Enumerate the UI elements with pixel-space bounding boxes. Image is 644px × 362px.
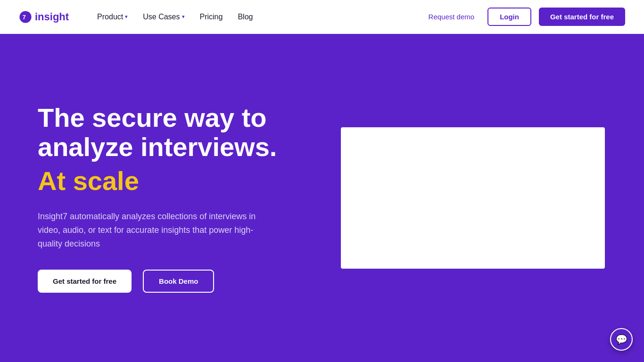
hero-title: The secure way to analyze interviews. (38, 103, 311, 161)
hero-description: Insight7 automatically analyzes collecti… (38, 210, 264, 250)
logo[interactable]: 7 insight (19, 10, 69, 24)
nav-pricing-label: Pricing (200, 13, 223, 21)
request-demo-link[interactable]: Request demo (423, 9, 480, 25)
get-started-nav-button[interactable]: Get started for free (539, 8, 625, 26)
hero-cta-secondary[interactable]: Book Demo (143, 270, 214, 293)
chat-bubble-button[interactable]: 💬 (610, 328, 633, 351)
nav-pricing[interactable]: Pricing (194, 9, 229, 25)
chat-icon: 💬 (616, 334, 627, 345)
nav-actions: Request demo Login Get started for free (423, 8, 625, 26)
nav-product-label: Product (97, 13, 123, 21)
logo-icon: 7 (19, 10, 32, 24)
hero-highlight: At scale (38, 165, 311, 197)
login-button[interactable]: Login (487, 8, 531, 26)
nav-product[interactable]: Product ▾ (91, 9, 133, 25)
nav-blog[interactable]: Blog (232, 9, 258, 25)
nav-use-cases[interactable]: Use Cases ▾ (137, 9, 190, 25)
hero-demo-image (341, 127, 605, 269)
nav-use-cases-label: Use Cases (143, 13, 180, 21)
hero-cta-primary[interactable]: Get started for free (38, 270, 132, 293)
product-chevron-icon: ▾ (125, 14, 128, 20)
hero-title-line1: The secure way to (38, 103, 267, 132)
hero-content: The secure way to analyze interviews. At… (38, 103, 311, 293)
svg-text:7: 7 (23, 14, 26, 20)
logo-text: insight (35, 11, 69, 23)
nav-blog-label: Blog (238, 13, 253, 21)
navbar: 7 insight Product ▾ Use Cases ▾ Pricing … (0, 0, 644, 34)
hero-title-line2: analyze interviews. (38, 132, 277, 162)
hero-buttons: Get started for free Book Demo (38, 270, 311, 293)
use-cases-chevron-icon: ▾ (182, 14, 185, 20)
nav-links: Product ▾ Use Cases ▾ Pricing Blog (91, 9, 407, 25)
hero-section: The secure way to analyze interviews. At… (0, 34, 644, 362)
hero-visual (311, 127, 606, 269)
